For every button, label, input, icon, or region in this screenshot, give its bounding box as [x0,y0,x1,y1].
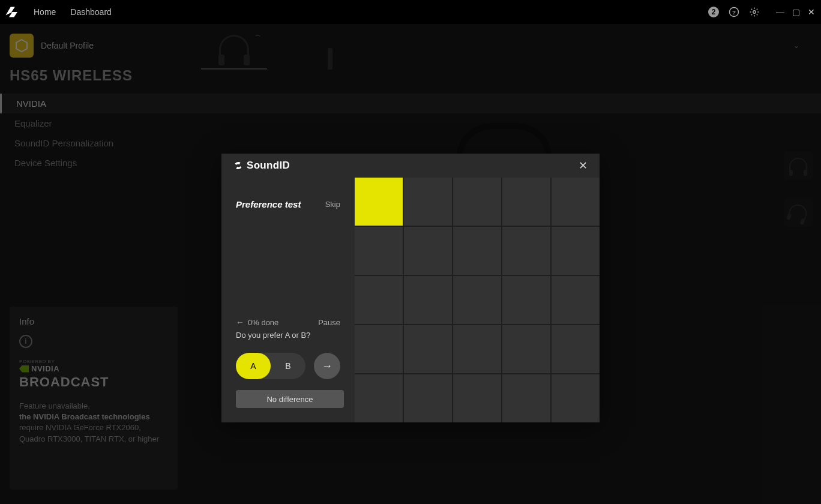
grid-cell[interactable] [355,374,403,422]
corsair-logo-icon [5,6,22,18]
window-minimize-icon[interactable]: — [775,7,785,17]
preference-test-title: Preference test [236,199,301,209]
option-b-button[interactable]: B [271,353,305,379]
pref-header-row: Preference test Skip [236,199,340,209]
grid-cell[interactable] [404,276,452,324]
grid-cell[interactable] [453,178,501,226]
option-a-button[interactable]: A [236,353,271,379]
grid-cell[interactable] [404,325,452,373]
svg-point-2 [753,11,756,14]
grid-cell[interactable] [404,374,452,422]
title-bar: Home Dashboard 2 ? — ▢ ✕ [0,0,821,24]
grid-cell[interactable] [552,227,600,275]
grid-cell[interactable] [552,374,600,422]
titlebar-left: Home Dashboard [5,6,112,18]
window-close-icon[interactable]: ✕ [807,7,816,17]
grid-cell[interactable] [404,178,452,226]
preference-question: Do you prefer A or B? [236,331,340,340]
nav-dashboard[interactable]: Dashboard [70,7,112,17]
next-button[interactable]: → [314,353,340,379]
settings-gear-icon[interactable] [749,7,760,17]
help-icon[interactable]: ? [729,7,739,17]
svg-text:?: ? [732,9,736,16]
soundid-modal: SoundID ✕ Preference test Skip ← 0% done… [221,154,600,422]
modal-close-icon[interactable]: ✕ [579,159,588,172]
ab-toggle: A B [236,353,305,379]
grid-cell[interactable] [453,374,501,422]
grid-cell[interactable] [355,325,403,373]
grid-cell[interactable] [404,227,452,275]
window-controls: — ▢ ✕ [775,7,816,17]
grid-cell[interactable] [552,325,600,373]
grid-cell[interactable] [453,227,501,275]
grid-cell[interactable] [502,325,550,373]
grid-cell[interactable] [453,276,501,324]
preference-grid [355,178,600,422]
window-maximize-icon[interactable]: ▢ [791,7,801,17]
notifications-badge[interactable]: 2 [708,7,719,17]
grid-cell[interactable] [355,227,403,275]
grid-cell[interactable] [552,276,600,324]
no-difference-button[interactable]: No difference [236,390,344,408]
grid-cell[interactable] [502,374,550,422]
progress-row: ← 0% done Pause [236,317,340,327]
grid-cell[interactable] [502,276,550,324]
top-nav: Home Dashboard [34,7,112,17]
progress-label: 0% done [248,318,278,327]
modal-left-pane: Preference test Skip ← 0% done Pause Do … [221,154,355,422]
grid-cell[interactable] [502,178,550,226]
skip-button[interactable]: Skip [325,200,340,209]
main-area: Default Profile ⌄ ⌢ HS65 WIRELESS NVIDIA… [0,24,821,504]
pause-button[interactable]: Pause [318,318,340,327]
nav-home[interactable]: Home [34,7,56,17]
grid-cell[interactable] [355,276,403,324]
ab-row: A B → [236,353,340,379]
grid-cell[interactable] [502,227,550,275]
grid-cell[interactable] [355,178,403,226]
back-arrow-icon[interactable]: ← [236,317,244,327]
titlebar-right: 2 ? — ▢ ✕ [708,7,816,17]
grid-cell[interactable] [552,178,600,226]
grid-cell[interactable] [453,325,501,373]
